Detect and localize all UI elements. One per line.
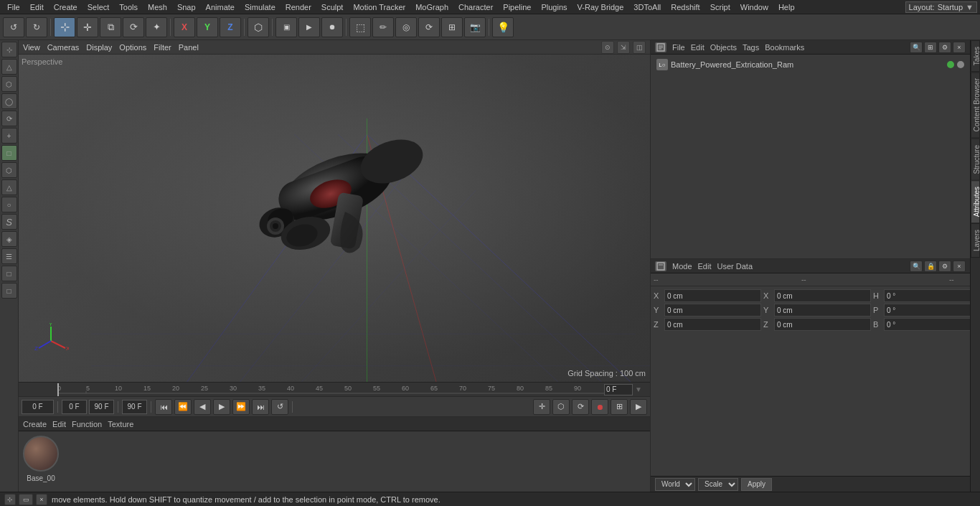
obj-collapse-button[interactable]: × <box>953 42 966 53</box>
attr-menu-mode[interactable]: Mode <box>672 262 692 271</box>
left-tool-2[interactable]: ⬡ <box>1 76 17 92</box>
attr-menu-edit[interactable]: Edit <box>698 262 712 271</box>
tab-attributes[interactable]: Attributes <box>971 180 980 223</box>
left-tool-9[interactable]: ○ <box>1 197 17 212</box>
object-row-ram[interactable]: L○ Battery_Powered_Extrication_Ram <box>654 57 967 72</box>
menu-pipeline[interactable]: Pipeline <box>499 1 535 13</box>
select-tool-button[interactable]: ⊹ <box>54 17 75 37</box>
menu-window[interactable]: Window <box>736 1 773 13</box>
left-tool-4[interactable]: ⟳ <box>1 111 17 126</box>
viewport-menu-display[interactable]: Display <box>86 43 112 52</box>
left-tool-14[interactable]: □ <box>1 283 17 299</box>
loop-button[interactable]: ↺ <box>271 399 288 415</box>
next-frame-button[interactable]: ⏩ <box>232 399 250 415</box>
viewport-menu-options[interactable]: Options <box>119 43 146 52</box>
playback-render-button[interactable]: ▶ <box>630 399 647 415</box>
menu-sculpt[interactable]: Sculpt <box>317 1 348 13</box>
menu-select[interactable]: Select <box>83 1 114 13</box>
left-tool-12[interactable]: ☰ <box>1 248 17 264</box>
obj-menu-edit[interactable]: Edit <box>691 43 705 52</box>
left-tool-7[interactable]: ⬡ <box>1 162 17 178</box>
menu-mesh[interactable]: Mesh <box>143 1 171 13</box>
light-button[interactable]: 💡 <box>492 17 514 37</box>
left-tool-5[interactable]: + <box>1 128 17 144</box>
menu-create[interactable]: Create <box>50 1 82 13</box>
playback-record-button[interactable]: ⏺ <box>591 399 608 415</box>
paint-button[interactable]: ✏ <box>372 17 394 37</box>
cube-view-button[interactable]: ⬚ <box>349 17 371 37</box>
go-to-end-button[interactable]: ⏭ <box>252 399 269 415</box>
menu-plugins[interactable]: Plugins <box>537 1 571 13</box>
menu-motion-tracker[interactable]: Motion Tracker <box>349 1 410 13</box>
go-to-start-button[interactable]: ⏮ <box>155 399 172 415</box>
playback-grid-button[interactable]: ⊞ <box>611 399 628 415</box>
menu-simulate[interactable]: Simulate <box>240 1 280 13</box>
transform-tool-button[interactable]: ✦ <box>146 17 167 37</box>
viewport-menu-filter[interactable]: Filter <box>154 43 171 52</box>
material-texture-menu[interactable]: Texture <box>108 420 133 428</box>
material-item[interactable]: Base_00 <box>23 436 59 482</box>
render-region-button[interactable]: ▣ <box>275 17 297 37</box>
obj-menu-file[interactable]: File <box>672 43 685 52</box>
render-button[interactable]: ▶ <box>298 17 320 37</box>
material-function-menu[interactable]: Function <box>72 420 102 428</box>
undo-button[interactable]: ↺ <box>3 17 24 37</box>
camera-button[interactable]: 📷 <box>464 17 486 37</box>
attr-settings-button[interactable]: ⚙ <box>938 261 951 272</box>
render-anim-button[interactable]: ⏺ <box>321 17 343 37</box>
left-tool-10[interactable]: S <box>1 214 17 230</box>
x-axis-button[interactable]: X <box>174 17 195 37</box>
status-icon-3[interactable]: × <box>36 494 47 505</box>
world-dropdown[interactable]: World <box>655 478 695 491</box>
left-tool-11[interactable]: ◈ <box>1 231 17 247</box>
left-tool-0[interactable]: ⊹ <box>1 42 17 57</box>
range-start-input[interactable] <box>62 400 87 414</box>
menu-script[interactable]: Script <box>706 1 735 13</box>
viewport-menu-view[interactable]: View <box>23 43 40 52</box>
obj-settings-button[interactable]: ⚙ <box>938 42 951 53</box>
status-icon-2[interactable]: ▭ <box>19 494 33 505</box>
z-axis-button[interactable]: Z <box>220 17 241 37</box>
menu-edit[interactable]: Edit <box>26 1 48 13</box>
menu-vray[interactable]: V-Ray Bridge <box>573 1 628 13</box>
material-create-menu[interactable]: Create <box>23 420 47 428</box>
tab-layers[interactable]: Layers <box>971 223 980 258</box>
menu-file[interactable]: File <box>3 1 24 13</box>
menu-mograph[interactable]: MoGraph <box>411 1 453 13</box>
viewport-canvas[interactable]: Perspective <box>19 55 650 382</box>
scale-dropdown[interactable]: Scale <box>698 478 738 491</box>
left-tool-6[interactable]: □ <box>1 145 17 161</box>
obj-search-button[interactable]: 🔍 <box>910 42 923 53</box>
move-tool-button[interactable]: ✛ <box>77 17 98 37</box>
left-tool-1[interactable]: △ <box>1 59 17 75</box>
range-end-input[interactable] <box>89 400 114 414</box>
layout-selector[interactable]: Layout: Startup ▼ <box>905 1 977 13</box>
viewport-menu-cameras[interactable]: Cameras <box>47 43 80 52</box>
x2-pos-input[interactable] <box>774 289 871 302</box>
obj-menu-tags[interactable]: Tags <box>743 43 759 52</box>
playback-rotate-button[interactable]: ⟳ <box>572 399 589 415</box>
h-input[interactable] <box>884 289 980 302</box>
p-input[interactable] <box>884 304 980 317</box>
play-button[interactable]: ▶ <box>213 399 230 415</box>
obj-filter-button[interactable]: ⊞ <box>924 42 937 53</box>
menu-render[interactable]: Render <box>281 1 316 13</box>
menu-3dtoall[interactable]: 3DToAll <box>629 1 665 13</box>
z-pos-input[interactable] <box>664 318 761 331</box>
tab-content-browser[interactable]: Content Browser <box>971 72 980 138</box>
menu-help[interactable]: Help <box>774 1 799 13</box>
viewport-lock-button[interactable]: ⊙ <box>601 41 614 54</box>
z2-pos-input[interactable] <box>774 318 871 331</box>
x-pos-input[interactable] <box>664 289 761 302</box>
playback-select-button[interactable]: ⬡ <box>552 399 570 415</box>
status-icon-1[interactable]: ⊹ <box>4 494 16 505</box>
attr-search-button[interactable]: 🔍 <box>910 261 923 272</box>
object-visibility-dot[interactable] <box>947 61 954 68</box>
left-tool-8[interactable]: △ <box>1 179 17 195</box>
attr-close-button[interactable]: × <box>953 261 966 272</box>
tab-takes[interactable]: Takes <box>971 40 980 72</box>
playback-move-button[interactable]: ✛ <box>533 399 550 415</box>
menu-redshift[interactable]: Redshift <box>666 1 704 13</box>
range-end2-input[interactable] <box>122 400 147 414</box>
y2-pos-input[interactable] <box>774 304 871 317</box>
